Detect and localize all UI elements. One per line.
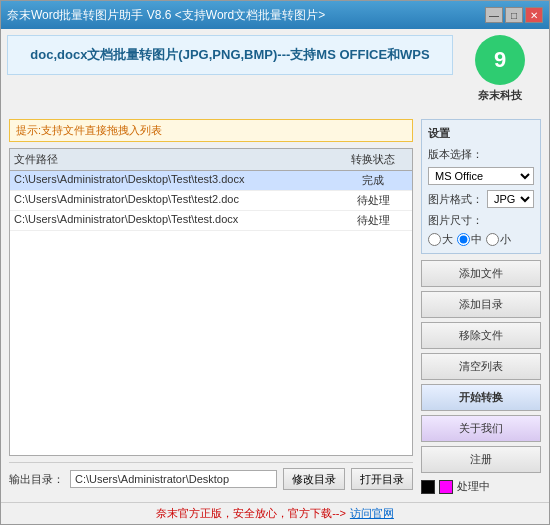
table-row[interactable]: C:\Users\Administrator\Desktop\Test\test… — [10, 191, 412, 211]
output-path: C:\Users\Administrator\Desktop — [70, 470, 277, 488]
hint-text: 提示:支持文件直接拖拽入列表 — [16, 124, 162, 136]
start-convert-button[interactable]: 开始转换 — [421, 384, 541, 411]
size-large-radio[interactable] — [428, 233, 441, 246]
logo-char: 9 — [494, 47, 506, 73]
size-small-label[interactable]: 小 — [486, 232, 511, 247]
settings-title: 设置 — [428, 126, 534, 141]
close-button[interactable]: ✕ — [525, 7, 543, 23]
table-row[interactable]: C:\Users\Administrator\Desktop\Test\test… — [10, 171, 412, 191]
file-status-3: 待处理 — [338, 213, 408, 228]
left-panel: 提示:支持文件直接拖拽入列表 文件路径 转换状态 C:\Users\Admini… — [9, 119, 413, 494]
file-table: 文件路径 转换状态 C:\Users\Administrator\Desktop… — [9, 148, 413, 456]
logo-company: 奈末科技 — [478, 88, 522, 103]
minimize-button[interactable]: — — [485, 7, 503, 23]
format-label: 图片格式： — [428, 192, 483, 207]
maximize-button[interactable]: □ — [505, 7, 523, 23]
file-path-3: C:\Users\Administrator\Desktop\Test\test… — [14, 213, 338, 228]
size-small-radio[interactable] — [486, 233, 499, 246]
header-status: 转换状态 — [338, 152, 408, 167]
clear-list-button[interactable]: 清空列表 — [421, 353, 541, 380]
footer-text: 奈末官方正版，安全放心，官方下载--> — [156, 506, 346, 521]
header-path: 文件路径 — [14, 152, 338, 167]
version-row: 版本选择： — [428, 147, 534, 162]
table-header: 文件路径 转换状态 — [10, 149, 412, 171]
size-medium-radio[interactable] — [457, 233, 470, 246]
logo-circle: 9 — [475, 35, 525, 85]
table-row[interactable]: C:\Users\Administrator\Desktop\Test\test… — [10, 211, 412, 231]
footer-bar: 奈末官方正版，安全放心，官方下载--> 访问官网 — [1, 502, 549, 524]
color-black-swatch — [421, 480, 435, 494]
open-dir-button[interactable]: 打开目录 — [351, 468, 413, 490]
title-bar: 奈末Word批量转图片助手 V8.6 <支持Word文档批量转图片> — □ ✕ — [1, 1, 549, 29]
format-select[interactable]: JPG PNG BMP — [487, 190, 534, 208]
hint-bar: 提示:支持文件直接拖拽入列表 — [9, 119, 413, 142]
register-button[interactable]: 注册 — [421, 446, 541, 473]
file-status-1: 完成 — [338, 173, 408, 188]
window-controls: — □ ✕ — [485, 7, 543, 23]
output-bar: 输出目录： C:\Users\Administrator\Desktop 修改目… — [9, 462, 413, 494]
version-select[interactable]: MS Office WPS — [428, 167, 534, 185]
file-path-2: C:\Users\Administrator\Desktop\Test\test… — [14, 193, 338, 208]
output-label: 输出目录： — [9, 472, 64, 487]
color-pink-swatch — [439, 480, 453, 494]
modify-dir-button[interactable]: 修改目录 — [283, 468, 345, 490]
format-row: 图片格式： JPG PNG BMP — [428, 190, 534, 208]
file-path-1: C:\Users\Administrator\Desktop\Test\test… — [14, 173, 338, 188]
visit-website-link[interactable]: 访问官网 — [350, 506, 394, 521]
size-label: 图片尺寸： — [428, 214, 483, 226]
main-window: 奈末Word批量转图片助手 V8.6 <支持Word文档批量转图片> — □ ✕… — [0, 0, 550, 525]
settings-section: 设置 版本选择： MS Office WPS 图片格式： JPG P — [421, 119, 541, 254]
about-button[interactable]: 关于我们 — [421, 415, 541, 442]
size-large-label[interactable]: 大 — [428, 232, 453, 247]
processing-row: 处理中 — [421, 479, 541, 494]
processing-label: 处理中 — [457, 479, 490, 494]
file-status-2: 待处理 — [338, 193, 408, 208]
version-label: 版本选择： — [428, 147, 483, 162]
add-dir-button[interactable]: 添加目录 — [421, 291, 541, 318]
remove-file-button[interactable]: 移除文件 — [421, 322, 541, 349]
right-panel: 设置 版本选择： MS Office WPS 图片格式： JPG P — [421, 119, 541, 494]
size-radio-group: 大 中 小 — [428, 232, 534, 247]
version-select-row: MS Office WPS — [428, 167, 534, 185]
window-title: 奈末Word批量转图片助手 V8.6 <支持Word文档批量转图片> — [7, 7, 325, 24]
add-file-button[interactable]: 添加文件 — [421, 260, 541, 287]
header-section: doc,docx文档批量转图片(JPG,PNG,BMP)---支持MS OFFI… — [7, 35, 453, 75]
size-medium-label[interactable]: 中 — [457, 232, 482, 247]
table-body[interactable]: C:\Users\Administrator\Desktop\Test\test… — [10, 171, 412, 455]
header-title: doc,docx文档批量转图片(JPG,PNG,BMP)---支持MS OFFI… — [20, 46, 440, 64]
